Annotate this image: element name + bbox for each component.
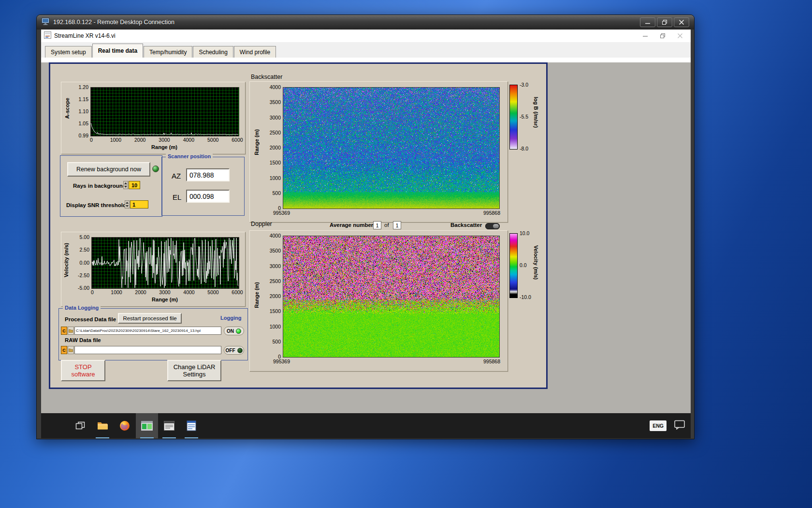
tick-label: 1.05 <box>79 120 88 127</box>
change-button-line2: Settings <box>183 371 206 378</box>
velocity-x-axis-label: Range (m) <box>91 297 238 302</box>
tab-real-time-data[interactable]: Real time data <box>92 44 143 58</box>
scanner-position-group: Scanner position AZ 078.988 EL 000.098 <box>161 157 245 216</box>
tick-label: 3000 <box>270 263 281 269</box>
restart-processed-file-button[interactable]: Restart processed file <box>118 313 182 324</box>
tick-label: 2000 <box>270 293 281 299</box>
rays-spinner[interactable] <box>123 181 128 189</box>
ascope-x-ticks: 0100020003000400050006000 <box>84 137 245 143</box>
az-label: AZ <box>172 172 181 180</box>
scan-scheduler-button[interactable] <box>158 413 180 438</box>
app-restore-button[interactable] <box>654 30 671 41</box>
tick-label: 5000 <box>205 289 221 295</box>
tick-label: 3500 <box>270 247 281 254</box>
rays-value-field[interactable]: 10 <box>129 181 140 189</box>
tab-scheduling[interactable]: Scheduling <box>193 46 233 58</box>
stop-software-button[interactable]: STOP software <box>61 360 105 381</box>
tick-label: 6000 <box>230 289 245 295</box>
backscatter-plot-frame: Range (m) 400035003000250020001500100050… <box>249 81 508 223</box>
processed-browse-icon[interactable] <box>68 327 74 335</box>
average-number-field[interactable]: 1 <box>373 221 381 229</box>
streamline-app-button[interactable] <box>136 413 158 438</box>
ascope-plot-frame: A-scope 1.201.151.101.050.99 01000200030… <box>61 82 246 154</box>
tick-label: 3000 <box>157 137 172 143</box>
stop-button-line2: software <box>71 371 95 378</box>
renew-background-button[interactable]: Renew background now <box>67 162 150 177</box>
processed-logging-toggle[interactable]: ON <box>224 327 244 335</box>
app-close-button[interactable] <box>671 30 689 41</box>
tick-label: 4000 <box>181 137 196 143</box>
tick-label: 1.10 <box>79 108 88 115</box>
background-led <box>152 165 159 172</box>
snr-spinner[interactable] <box>125 200 130 209</box>
backscatter-y-axis-label: Range (m) <box>254 129 260 155</box>
processed-toggle-led <box>236 329 241 334</box>
backscatter-x-end: 995868 <box>483 210 500 216</box>
tick-label: 0 <box>85 289 100 295</box>
tick-label: 0.00 <box>80 259 89 266</box>
action-center-button[interactable] <box>674 420 685 432</box>
backscatter-section-title: Backscatter <box>251 74 282 80</box>
app-window-title: StreamLine XR v14-6.vi <box>54 32 637 39</box>
ascope-y-ticks: 1.201.151.101.050.99 <box>72 84 88 139</box>
stop-button-line1: STOP <box>74 363 91 371</box>
processed-path-field[interactable]: C:\Lidar\Data\Proc\2023\202309\20230914\… <box>74 327 221 335</box>
scanner-position-title: Scanner position <box>166 153 213 159</box>
tab-temp-humidity[interactable]: Temp/humidity <box>144 46 192 58</box>
velocity-x-ticks: 0100020003000400050006000 <box>85 289 245 295</box>
average-of-label: of <box>384 222 389 228</box>
rdp-window: 192.168.0.122 - Remote Desktop Connectio… <box>36 15 695 439</box>
ascope-y-axis-label: A-scope <box>64 98 70 119</box>
tick-label: 1500 <box>270 308 281 314</box>
tick-label: 5000 <box>205 137 221 143</box>
average-of-field[interactable]: 1 <box>393 221 401 229</box>
task-view-button[interactable] <box>69 413 91 438</box>
raw-toggle-led <box>237 348 243 353</box>
tick-label: 2000 <box>133 289 148 295</box>
doppler-y-ticks: 40003500300025002000150010005000 <box>262 232 281 360</box>
change-lidar-settings-button[interactable]: Change LiDAR Settings <box>167 360 221 381</box>
toggle-knob <box>493 224 499 228</box>
backscatter-x-start: 995369 <box>273 210 290 216</box>
language-indicator[interactable]: ENG <box>650 420 667 431</box>
doppler-colorbar-max: 10.0 <box>520 230 529 236</box>
taskbar: ENG <box>41 413 691 438</box>
tick-label: 1000 <box>270 323 281 330</box>
raw-path-field[interactable] <box>74 346 221 354</box>
doppler-colorbar-label: Velocity (m/s) <box>533 245 539 280</box>
tab-wind-profile[interactable]: Wind profile <box>234 46 276 58</box>
raw-logging-toggle[interactable]: OFF <box>224 346 244 355</box>
tick-label: 2.50 <box>80 246 89 253</box>
rdp-minimize-button[interactable] <box>640 17 655 27</box>
firefox-button[interactable] <box>114 413 136 438</box>
doppler-plot-frame: Range (m) 400035003000250020001500100050… <box>249 230 508 372</box>
backscatter-colorbar-min: -8.0 <box>520 146 528 151</box>
snr-value-field[interactable]: 1 <box>130 200 148 209</box>
tick-label: 0 <box>84 137 99 143</box>
processed-toggle-label: ON <box>227 329 234 334</box>
vi-app-icon <box>44 31 51 41</box>
processed-drive-selector[interactable]: C <box>61 327 67 335</box>
backscatter-display-toggle[interactable] <box>485 223 500 229</box>
backscatter-x-range: 995369 995868 <box>273 210 500 216</box>
tick-label: 1.15 <box>79 96 88 103</box>
processed-path-text: C:\Lidar\Data\Proc\2023\202309\20230914\… <box>75 329 201 333</box>
tab-system-setup[interactable]: System setup <box>45 46 92 58</box>
rdp-titlebar[interactable]: 192.168.0.122 - Remote Desktop Connectio… <box>37 15 694 30</box>
doppler-heatmap <box>283 236 500 358</box>
rdp-close-button[interactable] <box>674 17 689 27</box>
app-titlebar[interactable]: StreamLine XR v14-6.vi <box>41 30 691 42</box>
doppler-x-start: 995369 <box>273 359 290 364</box>
backscatter-toggle-label: Backscatter <box>450 222 482 228</box>
rdp-maximize-button[interactable] <box>657 17 672 27</box>
raw-browse-icon[interactable] <box>68 346 74 354</box>
raw-drive-selector[interactable]: C <box>61 346 67 354</box>
background-controls-group: Renew background now Rays in background … <box>60 155 162 217</box>
streamline-app-window: StreamLine XR v14-6.vi System setup Real… <box>41 30 691 413</box>
tick-label: 5.00 <box>80 234 89 240</box>
tab-bar: System setup Real time data Temp/humidit… <box>41 42 691 58</box>
file-explorer-button[interactable] <box>91 413 114 438</box>
tick-label: 1000 <box>109 289 124 295</box>
app-minimize-button[interactable] <box>637 30 654 41</box>
blue-document-app-button[interactable] <box>180 413 203 438</box>
